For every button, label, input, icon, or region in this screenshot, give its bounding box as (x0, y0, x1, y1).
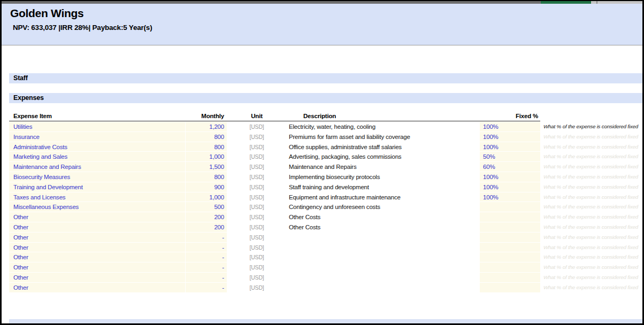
expense-item-cell[interactable]: Miscellaneous Expenses (9, 202, 186, 212)
description-cell (287, 233, 480, 243)
expense-item-cell[interactable]: Other (9, 243, 186, 253)
unit-label: [USD] (227, 202, 287, 212)
monthly-value-cell[interactable]: 1,000 (186, 192, 227, 203)
fixed-pct-cell[interactable] (480, 273, 540, 283)
description-cell: Other Costs (287, 222, 480, 233)
monthly-value-cell[interactable]: - (186, 273, 227, 283)
description-cell (287, 252, 480, 262)
fixed-note-text: What % of the expense is considered fixe… (540, 283, 640, 293)
fixed-note-text: What % of the expense is considered fixe… (540, 273, 640, 283)
section-header-staff: Staff (9, 73, 642, 83)
unit-label: [USD] (227, 122, 287, 132)
fixed-pct-cell[interactable]: 100% (480, 132, 540, 142)
header-description: Description (287, 111, 480, 121)
monthly-value-cell[interactable]: - (186, 283, 227, 293)
table-row: Other - [USD] What % of the expense is c… (9, 243, 642, 253)
unit-label: [USD] (227, 172, 287, 182)
fixed-pct-cell[interactable] (480, 233, 540, 243)
description-cell: Implementing biosecurity protocols (287, 172, 480, 182)
fixed-note-text: What % of the expense is considered fixe… (540, 132, 640, 142)
unit-label: [USD] (227, 162, 287, 172)
monthly-value-cell[interactable]: 200 (186, 212, 227, 222)
header-expense-item: Expense Item (9, 111, 186, 121)
expense-item-cell[interactable]: Administrative Costs (9, 142, 186, 152)
expense-item-cell[interactable]: Other (9, 212, 186, 222)
monthly-value-cell[interactable]: 1,200 (186, 122, 227, 132)
unit-label: [USD] (227, 262, 287, 273)
header-monthly-value: Monthly Value (186, 111, 227, 121)
fixed-note-text: What % of the expense is considered fixe… (540, 212, 640, 222)
table-header-divider (9, 121, 540, 121)
fixed-pct-cell[interactable] (480, 222, 540, 233)
unit-label: [USD] (227, 243, 287, 253)
table-row: Other - [USD] What % of the expense is c… (9, 252, 642, 262)
title-header-band: Golden Wings NPV: 633,037 |IRR 28%| Payb… (2, 4, 642, 45)
expense-item-cell[interactable]: Other (9, 222, 186, 233)
unit-label: [USD] (227, 222, 287, 233)
monthly-value-cell[interactable]: 800 (186, 172, 227, 182)
fixed-note-text: What % of the expense is considered fixe… (540, 162, 640, 172)
expense-item-cell[interactable]: Other (9, 283, 186, 293)
description-cell: Electricity, water, heating, cooling (287, 122, 480, 132)
fixed-pct-cell[interactable]: 50% (480, 152, 540, 162)
kpi-summary: NPV: 633,037 |IRR 28%| Payback:5 Year(s) (13, 24, 152, 32)
expense-item-cell[interactable]: Taxes and Licenses (9, 192, 186, 203)
table-row: Other - [USD] What % of the expense is c… (9, 273, 642, 283)
fixed-pct-cell[interactable] (480, 243, 540, 253)
unit-label: [USD] (227, 182, 287, 192)
monthly-value-cell[interactable]: - (186, 233, 227, 243)
expense-item-cell[interactable]: Biosecurity Measures (9, 172, 186, 182)
fixed-pct-cell[interactable] (480, 202, 540, 212)
monthly-value-cell[interactable]: - (186, 252, 227, 262)
table-row: Utilities 1,200 [USD] Electricity, water… (9, 122, 642, 132)
fixed-pct-cell[interactable] (480, 262, 540, 273)
expense-item-cell[interactable]: Other (9, 262, 186, 273)
unit-label: [USD] (227, 212, 287, 222)
table-row: Insurance 800 [USD] Premiums for farm as… (9, 132, 642, 142)
expense-item-cell[interactable]: Utilities (9, 122, 186, 132)
expense-item-cell[interactable]: Insurance (9, 132, 186, 142)
fixed-pct-cell[interactable]: 100% (480, 142, 540, 152)
table-row: Training and Development 900 [USD] Staff… (9, 182, 642, 192)
expense-item-cell[interactable]: Other (9, 273, 186, 283)
fixed-note-text: What % of the expense is considered fixe… (540, 233, 640, 243)
description-cell: Advertising, packaging, sales commission… (287, 152, 480, 162)
fixed-note-text: What % of the expense is considered fixe… (540, 122, 640, 132)
monthly-value-cell[interactable]: 200 (186, 222, 227, 233)
description-cell: Maintenance and Repairs (287, 162, 480, 172)
monthly-value-cell[interactable]: 500 (186, 202, 227, 212)
expense-rows: Utilities 1,200 [USD] Electricity, water… (9, 122, 642, 293)
fixed-note-text: What % of the expense is considered fixe… (540, 243, 640, 253)
monthly-value-cell[interactable]: 900 (186, 182, 227, 192)
fixed-pct-cell[interactable]: 100% (480, 182, 540, 192)
table-row: Marketing and Sales 1,000 [USD] Advertis… (9, 152, 642, 162)
bottom-section-bar (9, 319, 642, 324)
monthly-value-cell[interactable]: 800 (186, 132, 227, 142)
monthly-value-cell[interactable]: - (186, 243, 227, 253)
fixed-pct-cell[interactable]: 100% (480, 172, 540, 182)
monthly-value-cell[interactable]: 1,500 (186, 162, 227, 172)
section-header-expenses: Expenses (9, 93, 642, 103)
expense-item-cell[interactable]: Other (9, 252, 186, 262)
expense-item-cell[interactable]: Other (9, 233, 186, 243)
fixed-pct-cell[interactable] (480, 252, 540, 262)
monthly-value-cell[interactable]: - (186, 262, 227, 273)
fixed-pct-cell[interactable] (480, 212, 540, 222)
expense-item-cell[interactable]: Training and Development (9, 182, 186, 192)
unit-label: [USD] (227, 142, 287, 152)
table-row: Maintenance and Repairs 1,500 [USD] Main… (9, 162, 642, 172)
expense-item-cell[interactable]: Maintenance and Repairs (9, 162, 186, 172)
monthly-value-cell[interactable]: 800 (186, 142, 227, 152)
fixed-pct-cell[interactable]: 100% (480, 192, 540, 203)
fixed-pct-cell[interactable]: 60% (480, 162, 540, 172)
expense-item-cell[interactable]: Marketing and Sales (9, 152, 186, 162)
fixed-note-text: What % of the expense is considered fixe… (540, 142, 640, 152)
fixed-note-text: What % of the expense is considered fixe… (540, 192, 640, 203)
fixed-pct-cell[interactable]: 100% (480, 122, 540, 132)
description-cell: Contingency and unforeseen costs (287, 202, 480, 212)
monthly-value-cell[interactable]: 1,000 (186, 152, 227, 162)
description-cell: Equipment and infrastructure maintenance (287, 192, 480, 203)
expenses-section-label: Expenses (13, 94, 44, 102)
fixed-pct-cell[interactable] (480, 283, 540, 293)
table-row: Other 200 [USD] Other Costs What % of th… (9, 212, 642, 222)
